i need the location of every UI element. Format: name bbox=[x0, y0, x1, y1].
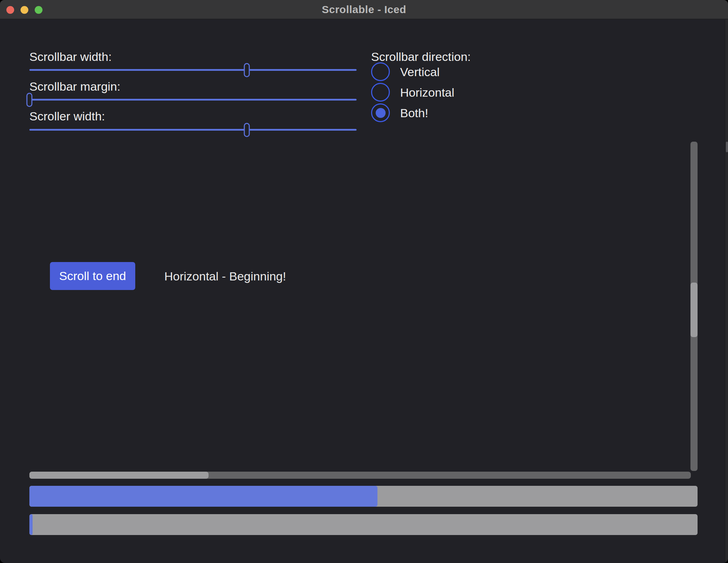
window-title: Scrollable - Iced bbox=[0, 0, 728, 19]
scrollbar-width-label: Scrollbar width: bbox=[29, 49, 112, 64]
radio-horizontal-label: Horizontal bbox=[400, 83, 454, 102]
app-window: Scrollable - Iced Scrollbar width: Scrol… bbox=[0, 0, 728, 563]
window-right-edge bbox=[725, 19, 728, 563]
vertical-scroll-progressbar bbox=[29, 486, 698, 507]
titlebar[interactable]: Scrollable - Iced bbox=[0, 0, 728, 19]
horizontal-scroll-progress-fill bbox=[29, 514, 33, 535]
scroll-status-text: Horizontal - Beginning! bbox=[164, 268, 286, 284]
horizontal-scrollbar-thumb[interactable] bbox=[29, 472, 209, 479]
radio-dot bbox=[376, 108, 386, 118]
horizontal-scroll-progressbar bbox=[29, 514, 698, 535]
radio-both-label: Both! bbox=[400, 103, 428, 122]
scroll-to-end-button[interactable]: Scroll to end bbox=[50, 262, 135, 290]
radio-vertical[interactable]: Vertical bbox=[371, 62, 520, 81]
vertical-scroll-progress-fill bbox=[29, 486, 377, 507]
scroller-width-label: Scroller width: bbox=[29, 108, 105, 124]
radio-both[interactable]: Both! bbox=[371, 103, 520, 122]
radio-circle-icon bbox=[371, 62, 390, 81]
radio-vertical-label: Vertical bbox=[400, 62, 440, 81]
vertical-scrollbar-thumb[interactable] bbox=[690, 283, 698, 337]
edge-scrollbar-thumb bbox=[726, 142, 728, 152]
scrollbar-width-slider-handle[interactable] bbox=[244, 63, 250, 77]
radio-horizontal[interactable]: Horizontal bbox=[371, 83, 520, 102]
scroller-width-slider-handle[interactable] bbox=[244, 123, 250, 137]
horizontal-scrollbar-track[interactable] bbox=[29, 472, 691, 479]
scrollbar-width-slider[interactable] bbox=[29, 69, 357, 71]
radio-circle-icon bbox=[371, 103, 390, 122]
scrollbar-margin-slider[interactable] bbox=[29, 99, 357, 101]
scrollbar-margin-label: Scrollbar margin: bbox=[29, 79, 120, 94]
radio-circle-icon bbox=[371, 83, 390, 102]
scrollbar-margin-slider-handle[interactable] bbox=[27, 93, 33, 107]
vertical-scrollbar-track[interactable] bbox=[690, 142, 698, 471]
scroller-width-slider[interactable] bbox=[29, 129, 357, 131]
